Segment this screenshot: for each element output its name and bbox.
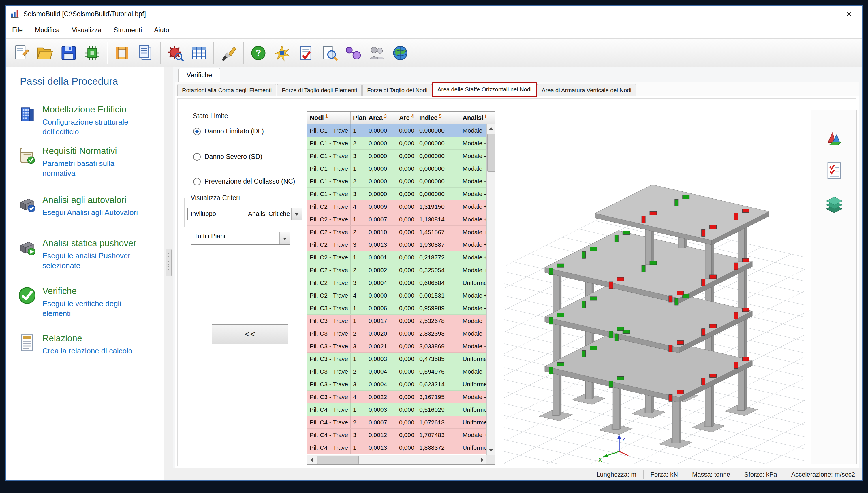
cell-area2: 0,000	[397, 124, 417, 137]
step-analisi-pushover[interactable]: Analisi statica pushover Esegui le anali…	[18, 238, 160, 271]
table-row[interactable]: Pil. C2 - Trave40,00000,0000,001531Modal…	[308, 289, 486, 302]
radio-prevenzione-collasso[interactable]: Prevenzione del Collasso (NC)	[193, 178, 295, 185]
chevron-down-icon[interactable]	[279, 232, 290, 244]
step-verifiche[interactable]: Verifiche Esegui le verifiche degli elem…	[18, 286, 160, 319]
vertical-scroll-thumb[interactable]	[487, 134, 495, 172]
checks-button[interactable]	[294, 41, 317, 65]
table-row[interactable]: Pil. C4 - Trave10,00130,0001,888372Unifo…	[308, 442, 486, 454]
layers-button[interactable]	[822, 192, 847, 216]
scroll-left-icon[interactable]	[308, 455, 316, 465]
preview-button[interactable]	[317, 41, 341, 65]
menu-visualizza[interactable]: Visualizza	[66, 26, 108, 34]
table-row[interactable]: Pil. C1 - Trave10,00000,0000,000000Modal…	[308, 124, 486, 137]
scroll-right-icon[interactable]	[478, 455, 486, 465]
table-row[interactable]: Pil. C3 - Trave20,00040,0000,594976Modal…	[308, 365, 486, 378]
menu-strumenti[interactable]: Strumenti	[108, 26, 148, 34]
cell-piano: 3	[351, 429, 366, 441]
model-3d-view[interactable]: zx	[504, 110, 805, 465]
subtab-area-armatura-verticale[interactable]: Area di Armatura Verticale dei Nodi	[537, 84, 636, 96]
cell-area2: 0,000	[397, 277, 417, 289]
radio-danno-severo[interactable]: Danno Severo (SD)	[193, 153, 262, 160]
step-requisiti-normativi[interactable]: Requisiti Normativi Parametri basati sul…	[18, 146, 160, 178]
scroll-down-icon[interactable]	[487, 446, 495, 455]
scroll-up-icon[interactable]	[487, 124, 495, 133]
table-row[interactable]: Pil. C1 - Trave10,00000,0000,000000Modal…	[308, 162, 486, 175]
table-row[interactable]: Pil. C2 - Trave10,00070,0001,130814Modal…	[308, 213, 486, 226]
step-modellazione-edificio[interactable]: Modellazione Edificio Configurazione str…	[18, 104, 160, 137]
cell-area1: 0,0000	[366, 150, 397, 162]
checks-report-button[interactable]	[822, 158, 847, 183]
radio-danno-limitato[interactable]: Danno Limitato (DL)	[193, 127, 264, 135]
table-row[interactable]: Pil. C3 - Trave40,00220,0003,167195Modal…	[308, 391, 486, 403]
copy-report-button[interactable]	[134, 41, 157, 65]
show-results-button[interactable]	[187, 41, 211, 65]
criteria-combo[interactable]: Inviluppo Analisi Critiche	[187, 208, 302, 220]
table-row[interactable]: Pil. C4 - Trave20,00070,0001,072613Unifo…	[308, 416, 486, 429]
table-row[interactable]: Pil. C2 - Trave30,00040,0000,606584Unifo…	[308, 277, 486, 289]
chevron-down-icon[interactable]	[291, 208, 302, 220]
horizontal-scrollbar[interactable]	[308, 455, 486, 465]
menu-file[interactable]: File	[6, 26, 29, 34]
cell-analisi: Modale +	[460, 213, 486, 226]
subtab-rotazioni-corda[interactable]: Rotazioni alla Corda degli Elementi	[177, 84, 276, 96]
table-row[interactable]: Pil. C3 - Trave30,00040,0000,623214Unifo…	[308, 378, 486, 391]
floors-dropdown[interactable]: Tutti i Piani	[191, 232, 290, 245]
header-area1[interactable]: Area3	[366, 112, 397, 124]
table-row[interactable]: Pil. C3 - Trave10,00170,0002,532678Modal…	[308, 315, 486, 327]
table-row[interactable]: Pil. C2 - Trave40,00090,0001,319150Modal…	[308, 200, 486, 213]
connectivity-button[interactable]	[341, 41, 365, 65]
tab-verifiche[interactable]: Verifiche	[178, 68, 220, 82]
table-row[interactable]: Pil. C4 - Trave30,00120,0001,707483Modal…	[308, 429, 486, 442]
table-row[interactable]: Pil. C1 - Trave30,00000,0000,000000Modal…	[308, 150, 486, 162]
website-button[interactable]	[388, 41, 412, 65]
table-row[interactable]: Pil. C2 - Trave30,00130,0001,930887Modal…	[308, 238, 486, 251]
table-row[interactable]: Pil. C2 - Trave20,00100,0001,451567Modal…	[308, 226, 486, 238]
close-button[interactable]	[836, 6, 862, 22]
seismo-help-button[interactable]	[270, 41, 294, 65]
table-row[interactable]: Pil. C1 - Trave20,00000,0000,000000Modal…	[308, 137, 486, 150]
table-row[interactable]: Pil. C1 - Trave30,00000,0000,000000Modal…	[308, 188, 486, 200]
table-row[interactable]: Pil. C3 - Trave10,00060,0000,959989Modal…	[308, 302, 486, 315]
horizontal-scroll-thumb[interactable]	[317, 456, 359, 464]
step-analisi-autovalori[interactable]: Analisi agli autovalori Esegui Analisi a…	[18, 195, 160, 217]
header-indice[interactable]: Indice5	[417, 112, 460, 124]
collapse-panel-button[interactable]: <<	[212, 324, 288, 344]
subtab-forze-taglio-nodi[interactable]: Forze di Taglio dei Nodi	[362, 84, 432, 96]
step-relazione[interactable]: Relazione Crea la relazione di calcolo	[18, 333, 160, 356]
building-modeller-button[interactable]	[110, 41, 134, 65]
header-analisi[interactable]: Analisi6	[460, 112, 486, 124]
new-file-button[interactable]	[9, 41, 33, 65]
menu-modifica[interactable]: Modifica	[29, 26, 66, 34]
maximize-button[interactable]	[810, 6, 836, 22]
table-row[interactable]: Pil. C1 - Trave20,00000,0000,000000Modal…	[308, 175, 486, 188]
cell-analisi: Modale +	[460, 238, 486, 251]
splitter-grip[interactable]	[166, 249, 172, 276]
header-piano[interactable]: Pian2	[351, 112, 366, 124]
table-row[interactable]: Pil. C2 - Trave20,00020,0000,325054Modal…	[308, 264, 486, 277]
cell-area2: 0,000	[397, 327, 417, 340]
table-row[interactable]: Pil. C3 - Trave10,00030,0000,473585Unifo…	[308, 352, 486, 365]
cell-analisi: Modale +	[460, 226, 486, 238]
display-options-button[interactable]	[217, 41, 240, 65]
header-area2[interactable]: Are4	[397, 112, 417, 124]
minimize-button[interactable]	[784, 6, 810, 22]
help-button[interactable]: ?	[247, 41, 270, 65]
vertical-scrollbar[interactable]	[486, 124, 495, 455]
table-row[interactable]: Pil. C3 - Trave30,00210,0003,033869Modal…	[308, 340, 486, 352]
table-row[interactable]: Pil. C4 - Trave10,00030,0000,516029Unifo…	[308, 403, 486, 416]
table-row[interactable]: Pil. C2 - Trave10,00010,0000,218772Modal…	[308, 251, 486, 264]
header-nodi[interactable]: Nodi1	[308, 112, 351, 124]
sidebar-splitter[interactable]	[164, 67, 173, 480]
table-row[interactable]: Pil. C3 - Trave20,00200,0002,832393Modal…	[308, 327, 486, 340]
subtab-forze-taglio-elementi[interactable]: Forze di Taglio degli Elementi	[277, 84, 362, 96]
axis-gizmo: zx	[598, 435, 628, 463]
menu-aiuto[interactable]: Aiuto	[148, 26, 175, 34]
save-project-button[interactable]	[57, 41, 81, 65]
forum-button[interactable]	[365, 41, 388, 65]
processor-settings-button[interactable]	[81, 41, 104, 65]
svg-text:?: ?	[256, 48, 261, 58]
subtab-area-staffe-orizzontali[interactable]: Area delle Staffe Orizzontali nei Nodi	[433, 83, 536, 96]
run-analysis-button[interactable]	[164, 41, 187, 65]
display-settings-button[interactable]	[822, 125, 847, 150]
open-project-button[interactable]	[33, 41, 57, 65]
